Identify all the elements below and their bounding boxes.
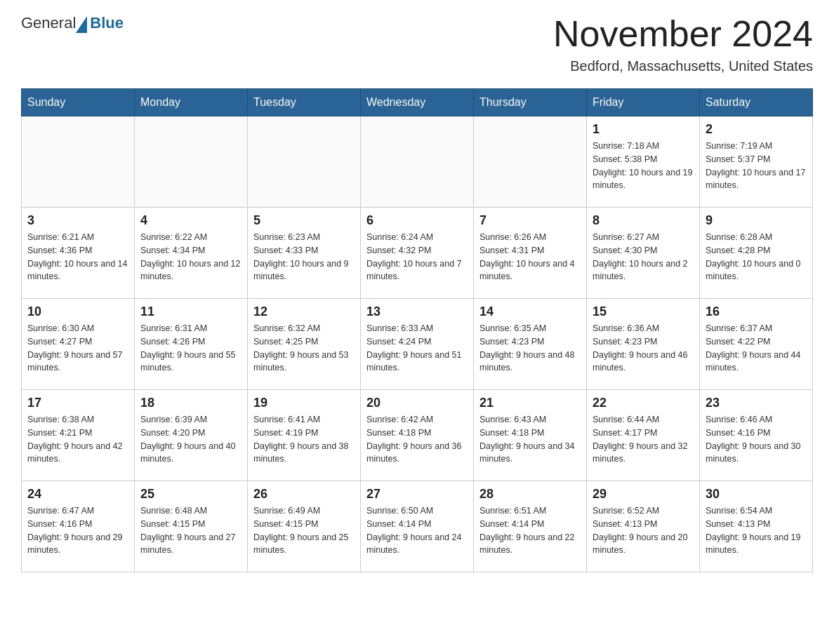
day-number: 19 (253, 396, 355, 410)
calendar-cell: 27Sunrise: 6:50 AM Sunset: 4:14 PM Dayli… (361, 481, 474, 572)
calendar-cell: 21Sunrise: 6:43 AM Sunset: 4:18 PM Dayli… (474, 390, 587, 481)
day-info: Sunrise: 6:49 AM Sunset: 4:15 PM Dayligh… (253, 504, 355, 557)
calendar-header: SundayMondayTuesdayWednesdayThursdayFrid… (22, 89, 813, 116)
day-info: Sunrise: 6:39 AM Sunset: 4:20 PM Dayligh… (140, 413, 241, 466)
day-info: Sunrise: 7:19 AM Sunset: 5:37 PM Dayligh… (706, 140, 807, 192)
calendar-cell: 11Sunrise: 6:31 AM Sunset: 4:26 PM Dayli… (135, 299, 248, 390)
day-number: 14 (479, 304, 581, 319)
day-number: 8 (593, 213, 694, 228)
calendar-cell: 22Sunrise: 6:44 AM Sunset: 4:17 PM Dayli… (587, 390, 700, 481)
day-number: 26 (253, 487, 355, 502)
day-info: Sunrise: 6:21 AM Sunset: 4:36 PM Dayligh… (27, 231, 128, 283)
day-number: 9 (706, 213, 807, 228)
day-info: Sunrise: 6:35 AM Sunset: 4:23 PM Dayligh… (479, 322, 581, 375)
day-number: 11 (140, 304, 241, 319)
header-cell-wednesday: Wednesday (361, 89, 474, 116)
header-cell-sunday: Sunday (22, 89, 135, 116)
logo: General Blue (21, 14, 124, 32)
logo-triangle-icon (76, 16, 87, 33)
calendar-body: 1Sunrise: 7:18 AM Sunset: 5:38 PM Daylig… (22, 116, 813, 572)
day-number: 10 (27, 304, 128, 319)
day-number: 27 (366, 487, 468, 502)
calendar-cell (474, 116, 587, 208)
logo-blue-text: Blue (90, 14, 124, 32)
day-info: Sunrise: 6:46 AM Sunset: 4:16 PM Dayligh… (706, 413, 807, 466)
day-info: Sunrise: 6:48 AM Sunset: 4:15 PM Dayligh… (140, 504, 241, 557)
header-row: SundayMondayTuesdayWednesdayThursdayFrid… (22, 89, 813, 116)
day-info: Sunrise: 6:22 AM Sunset: 4:34 PM Dayligh… (140, 231, 241, 283)
day-info: Sunrise: 6:31 AM Sunset: 4:26 PM Dayligh… (140, 322, 241, 375)
day-number: 21 (479, 396, 581, 410)
day-info: Sunrise: 6:44 AM Sunset: 4:17 PM Dayligh… (593, 413, 694, 466)
day-info: Sunrise: 6:54 AM Sunset: 4:13 PM Dayligh… (706, 504, 807, 557)
calendar-cell: 4Sunrise: 6:22 AM Sunset: 4:34 PM Daylig… (135, 208, 248, 299)
calendar-cell: 29Sunrise: 6:52 AM Sunset: 4:13 PM Dayli… (587, 481, 700, 572)
day-number: 29 (593, 487, 694, 502)
day-number: 23 (706, 396, 807, 410)
calendar-cell: 9Sunrise: 6:28 AM Sunset: 4:28 PM Daylig… (700, 208, 813, 299)
header-cell-friday: Friday (587, 89, 700, 116)
day-info: Sunrise: 6:43 AM Sunset: 4:18 PM Dayligh… (479, 413, 581, 466)
day-number: 12 (253, 304, 355, 319)
day-info: Sunrise: 6:26 AM Sunset: 4:31 PM Dayligh… (479, 231, 581, 283)
day-info: Sunrise: 7:18 AM Sunset: 5:38 PM Dayligh… (593, 140, 694, 192)
day-number: 24 (27, 487, 128, 502)
calendar-cell: 7Sunrise: 6:26 AM Sunset: 4:31 PM Daylig… (474, 208, 587, 299)
calendar-cell: 2Sunrise: 7:19 AM Sunset: 5:37 PM Daylig… (700, 116, 813, 208)
week-row-5: 24Sunrise: 6:47 AM Sunset: 4:16 PM Dayli… (22, 481, 813, 572)
day-info: Sunrise: 6:33 AM Sunset: 4:24 PM Dayligh… (366, 322, 468, 375)
calendar-cell: 17Sunrise: 6:38 AM Sunset: 4:21 PM Dayli… (22, 390, 135, 481)
calendar-cell: 25Sunrise: 6:48 AM Sunset: 4:15 PM Dayli… (135, 481, 248, 572)
calendar-cell: 30Sunrise: 6:54 AM Sunset: 4:13 PM Dayli… (700, 481, 813, 572)
calendar-cell: 3Sunrise: 6:21 AM Sunset: 4:36 PM Daylig… (22, 208, 135, 299)
day-number: 18 (140, 396, 241, 410)
calendar-cell: 16Sunrise: 6:37 AM Sunset: 4:22 PM Dayli… (700, 299, 813, 390)
day-number: 3 (27, 213, 128, 228)
header: General Blue November 2024 Bedford, Mass… (21, 14, 813, 74)
day-info: Sunrise: 6:38 AM Sunset: 4:21 PM Dayligh… (27, 413, 128, 466)
day-info: Sunrise: 6:23 AM Sunset: 4:33 PM Dayligh… (253, 231, 355, 283)
day-number: 30 (706, 487, 807, 502)
calendar-cell: 13Sunrise: 6:33 AM Sunset: 4:24 PM Dayli… (361, 299, 474, 390)
day-info: Sunrise: 6:27 AM Sunset: 4:30 PM Dayligh… (593, 231, 694, 283)
calendar-cell (361, 116, 474, 208)
calendar-cell: 14Sunrise: 6:35 AM Sunset: 4:23 PM Dayli… (474, 299, 587, 390)
day-info: Sunrise: 6:36 AM Sunset: 4:23 PM Dayligh… (593, 322, 694, 375)
day-info: Sunrise: 6:30 AM Sunset: 4:27 PM Dayligh… (27, 322, 128, 375)
day-number: 13 (366, 304, 468, 319)
day-number: 17 (27, 396, 128, 410)
calendar-cell: 23Sunrise: 6:46 AM Sunset: 4:16 PM Dayli… (700, 390, 813, 481)
calendar-cell: 15Sunrise: 6:36 AM Sunset: 4:23 PM Dayli… (587, 299, 700, 390)
calendar-cell: 8Sunrise: 6:27 AM Sunset: 4:30 PM Daylig… (587, 208, 700, 299)
calendar-cell (248, 116, 361, 208)
day-info: Sunrise: 6:28 AM Sunset: 4:28 PM Dayligh… (706, 231, 807, 283)
calendar-cell: 1Sunrise: 7:18 AM Sunset: 5:38 PM Daylig… (587, 116, 700, 208)
day-info: Sunrise: 6:51 AM Sunset: 4:14 PM Dayligh… (479, 504, 581, 557)
calendar-cell: 10Sunrise: 6:30 AM Sunset: 4:27 PM Dayli… (22, 299, 135, 390)
day-info: Sunrise: 6:32 AM Sunset: 4:25 PM Dayligh… (253, 322, 355, 375)
day-info: Sunrise: 6:41 AM Sunset: 4:19 PM Dayligh… (253, 413, 355, 466)
logo-blue-container: Blue (76, 14, 124, 32)
day-number: 28 (479, 487, 581, 502)
header-cell-monday: Monday (135, 89, 248, 116)
logo-general-text: General (21, 14, 76, 32)
calendar-cell: 24Sunrise: 6:47 AM Sunset: 4:16 PM Dayli… (22, 481, 135, 572)
calendar-cell: 19Sunrise: 6:41 AM Sunset: 4:19 PM Dayli… (248, 390, 361, 481)
week-row-4: 17Sunrise: 6:38 AM Sunset: 4:21 PM Dayli… (22, 390, 813, 481)
day-number: 20 (366, 396, 468, 410)
week-row-2: 3Sunrise: 6:21 AM Sunset: 4:36 PM Daylig… (22, 208, 813, 299)
calendar-cell: 18Sunrise: 6:39 AM Sunset: 4:20 PM Dayli… (135, 390, 248, 481)
day-number: 6 (366, 213, 468, 228)
day-number: 5 (253, 213, 355, 228)
day-number: 1 (593, 122, 694, 137)
day-info: Sunrise: 6:37 AM Sunset: 4:22 PM Dayligh… (706, 322, 807, 375)
day-number: 4 (140, 213, 241, 228)
calendar-table: SundayMondayTuesdayWednesdayThursdayFrid… (21, 88, 813, 572)
calendar-cell: 12Sunrise: 6:32 AM Sunset: 4:25 PM Dayli… (248, 299, 361, 390)
day-info: Sunrise: 6:47 AM Sunset: 4:16 PM Dayligh… (27, 504, 128, 557)
title-area: November 2024 Bedford, Massachusetts, Un… (553, 14, 813, 74)
day-number: 15 (593, 304, 694, 319)
day-info: Sunrise: 6:50 AM Sunset: 4:14 PM Dayligh… (366, 504, 468, 557)
day-number: 22 (593, 396, 694, 410)
day-info: Sunrise: 6:42 AM Sunset: 4:18 PM Dayligh… (366, 413, 468, 466)
